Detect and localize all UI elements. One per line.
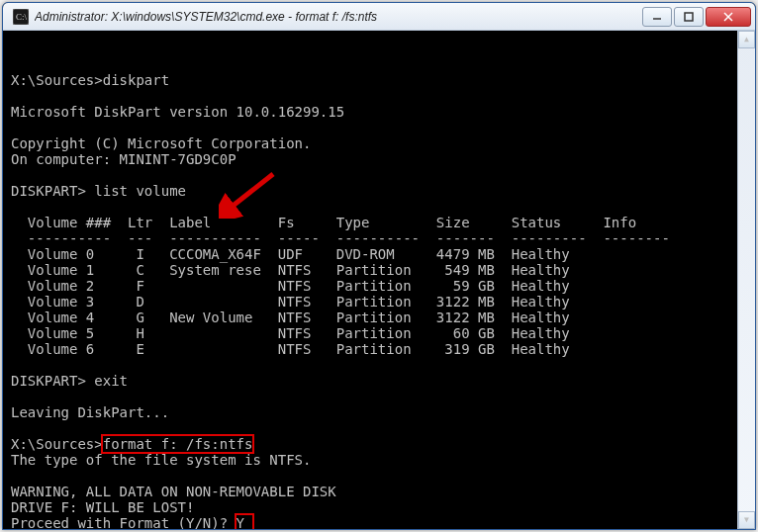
svg-rect-3 [685,13,693,21]
line-warn2: DRIVE F: WILL BE LOST! [11,499,194,515]
highlighted-command: format f: /fs:ntfs [103,436,253,452]
line-proceed: Proceed with Format (Y/N)? Y_ [11,515,252,529]
table-row: Volume 2 F NTFS Partition 59 GB Healthy [11,278,570,294]
vertical-scrollbar[interactable]: ▲ ▼ [737,31,755,529]
annotation-arrow-icon [219,169,278,219]
table-row: Volume 4 G New Volume NTFS Partition 312… [11,310,570,325]
cmd-app-icon: C:\ [13,9,29,25]
svg-text:C:\: C:\ [16,12,28,22]
cmd-window: C:\ Administrator: X:\windows\SYSTEM32\c… [2,2,756,530]
window-title: Administrator: X:\windows\SYSTEM32\cmd.e… [35,10,642,24]
highlighted-response: Y_ [237,515,253,529]
minimize-button[interactable] [642,7,672,27]
close-button[interactable] [706,7,751,27]
table-header: Volume ### Ltr Label Fs Type Size Status… [11,215,636,230]
line-warn1: WARNING, ALL DATA ON NON-REMOVABLE DISK [11,484,336,499]
line-listvol: DISKPART> list volume [11,183,186,199]
table-divider: ---------- --- ----------- ----- -------… [11,230,670,246]
table-row: Volume 1 C System rese NTFS Partition 54… [11,262,570,278]
line-copyright: Copyright (C) Microsoft Corporation. [11,135,311,151]
line-format: X:\Sources>format f: /fs:ntfs [11,436,252,452]
table-row: Volume 0 I CCCOMA_X64F UDF DVD-ROM 4479 … [11,246,570,262]
line-version: Microsoft DiskPart version 10.0.16299.15 [11,104,344,120]
table-row: Volume 5 H NTFS Partition 60 GB Healthy [11,325,570,341]
line-prompt1: X:\Sources>diskpart [11,72,169,88]
titlebar[interactable]: C:\ Administrator: X:\windows\SYSTEM32\c… [3,3,755,31]
terminal-output[interactable]: X:\Sources>diskpart Microsoft DiskPart v… [3,31,755,529]
maximize-button[interactable] [674,7,704,27]
table-row: Volume 6 E NTFS Partition 319 GB Healthy [11,341,570,357]
line-exit: DISKPART> exit [11,373,128,389]
line-fstype: The type of the file system is NTFS. [11,452,311,468]
cursor: _ [244,515,252,529]
scroll-down-button[interactable]: ▼ [738,511,755,529]
line-leaving: Leaving DiskPart... [11,404,169,420]
line-computer: On computer: MININT-7GD9C0P [11,151,237,167]
svg-line-6 [227,174,273,211]
table-row: Volume 3 D NTFS Partition 3122 MB Health… [11,294,570,310]
window-buttons [642,7,751,27]
scroll-up-button[interactable]: ▲ [738,31,755,48]
